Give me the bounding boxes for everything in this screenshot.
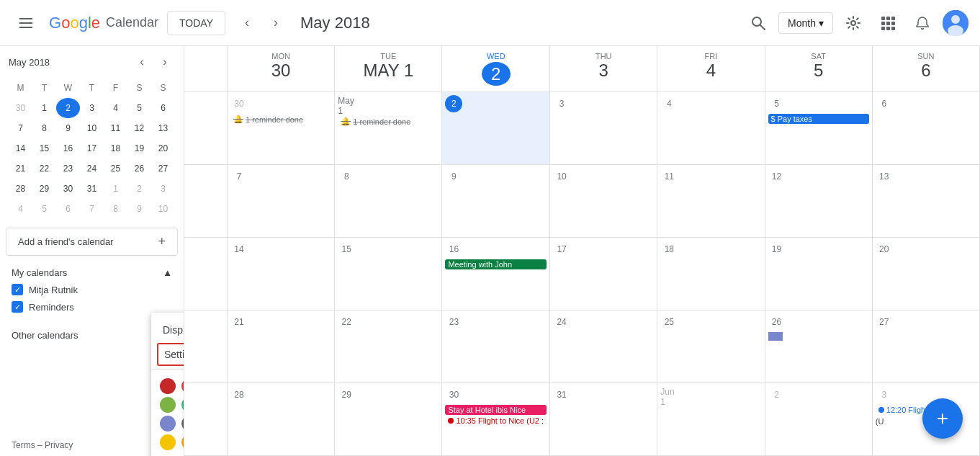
event-reminder[interactable]: 🔔 1 reminder done <box>338 116 439 127</box>
terms-link[interactable]: Terms <box>12 440 35 450</box>
calendar-checkbox-mitja[interactable]: ✓ <box>12 284 23 295</box>
day-cell-14[interactable]: 14 <box>228 238 335 310</box>
mini-cal-day[interactable]: 29 <box>32 179 56 199</box>
day-cell-24[interactable]: 24 <box>550 310 657 383</box>
mini-cal-day[interactable]: 13 <box>151 118 175 138</box>
day-cell-26[interactable]: 26 <box>765 310 873 383</box>
mini-cal-day[interactable]: 2 <box>127 179 151 199</box>
menu-button[interactable] <box>12 9 40 37</box>
mini-cal-day[interactable]: 4 <box>9 199 32 219</box>
event-hotel[interactable]: Stay at Hotel ibis Nice <box>445 405 547 415</box>
mini-cal-day[interactable]: 30 <box>56 179 80 199</box>
settings-sharing-menu-item[interactable]: Settings and sharing <box>157 343 184 366</box>
event-reminder[interactable]: 🔔 1 reminder done <box>230 114 331 125</box>
settings-button[interactable] <box>839 9 868 37</box>
calendar-item-mitja[interactable]: ✓ Mitja Rutnik <box>0 281 184 298</box>
event-pay-taxes[interactable]: $ Pay taxes <box>768 114 869 124</box>
day-cell-28[interactable]: 28 <box>228 383 335 456</box>
mini-cal-day[interactable]: 16 <box>56 138 80 158</box>
mini-cal-day[interactable]: 7 <box>9 118 32 138</box>
notifications-button[interactable] <box>908 9 937 37</box>
day-cell-29[interactable]: 29 <box>335 383 442 456</box>
day-cell-31[interactable]: 31 <box>550 383 657 456</box>
day-cell-may5[interactable]: 5 $ Pay taxes <box>765 92 873 165</box>
mini-cal-day[interactable]: 1 <box>104 179 127 199</box>
mini-cal-day[interactable]: 17 <box>80 138 104 158</box>
mini-cal-day[interactable]: 12 <box>127 118 151 138</box>
day-cell-30-apr[interactable]: 30 🔔 1 reminder done <box>228 92 335 165</box>
mini-cal-day[interactable]: 23 <box>56 158 80 179</box>
day-cell-30[interactable]: 30 Stay at Hotel ibis Nice 10:35 Flight … <box>442 383 550 456</box>
my-calendars-header[interactable]: My calendars ▲ <box>0 264 184 281</box>
event-meeting-john[interactable]: Meeting with John <box>445 259 547 269</box>
day-cell-23[interactable]: 23 <box>442 310 550 383</box>
day-cell-may1[interactable]: May 1 🔔 1 reminder done <box>335 92 442 165</box>
mini-cal-day[interactable]: 27 <box>151 158 175 179</box>
day-cell-22[interactable]: 22 <box>335 310 442 383</box>
color-tomato[interactable] <box>160 378 176 394</box>
mini-cal-day[interactable]: 30 <box>9 98 32 118</box>
mini-cal-day[interactable]: 1 <box>32 98 56 118</box>
prev-month-button[interactable]: ‹ <box>234 10 260 36</box>
mini-cal-day[interactable]: 3 <box>80 98 104 118</box>
event-flight[interactable]: 10:35 Flight to Nice (U2 : <box>445 416 547 426</box>
mini-cal-day[interactable]: 24 <box>80 158 104 179</box>
mini-cal-day[interactable]: 22 <box>32 158 56 179</box>
user-avatar[interactable] <box>943 10 968 36</box>
day-cell-17[interactable]: 17 <box>550 238 657 310</box>
color-calendar-10[interactable] <box>160 434 176 450</box>
day-cell-7[interactable]: 7 <box>228 165 335 238</box>
mini-cal-day[interactable]: 15 <box>32 138 56 158</box>
apps-button[interactable] <box>873 9 902 37</box>
display-only-menu-item[interactable]: Display this only <box>151 318 184 341</box>
mini-cal-day[interactable]: 21 <box>9 158 32 179</box>
mini-cal-day[interactable]: 3 <box>151 179 175 199</box>
mini-cal-day[interactable]: 19 <box>127 138 151 158</box>
mini-cal-day[interactable]: 18 <box>104 138 127 158</box>
day-cell-15[interactable]: 15 <box>335 238 442 310</box>
day-cell-jun1[interactable]: Jun 1 <box>657 383 765 456</box>
day-cell-11[interactable]: 11 <box>657 165 765 238</box>
day-cell-18[interactable]: 18 <box>657 238 765 310</box>
mini-cal-day[interactable]: 20 <box>151 138 175 158</box>
calendar-checkbox-reminders[interactable]: ✓ <box>12 301 23 313</box>
day-cell-may2[interactable]: 2 <box>442 92 550 165</box>
mini-next-button[interactable]: › <box>155 52 175 72</box>
privacy-link[interactable]: Privacy <box>45 440 73 450</box>
mini-cal-day[interactable]: 26 <box>127 158 151 179</box>
mini-cal-day[interactable]: 11 <box>104 118 127 138</box>
next-month-button[interactable]: › <box>263 10 289 36</box>
day-cell-19[interactable]: 19 <box>765 238 873 310</box>
day-cell-13[interactable]: 13 <box>873 165 980 238</box>
mini-cal-day[interactable]: 31 <box>80 179 104 199</box>
day-cell-9[interactable]: 9 <box>442 165 550 238</box>
today-button[interactable]: TODAY <box>167 11 225 35</box>
day-cell-25[interactable]: 25 <box>657 310 765 383</box>
mini-cal-day[interactable]: 9 <box>127 199 151 219</box>
day-cell-27[interactable]: 27 <box>873 310 980 383</box>
day-cell-20[interactable]: 20 <box>873 238 980 310</box>
add-friend-calendar[interactable]: Add a friend's calendar + <box>6 228 178 256</box>
day-cell-12[interactable]: 12 <box>765 165 873 238</box>
mini-cal-day[interactable]: 6 <box>151 98 175 118</box>
mini-cal-day[interactable]: 28 <box>9 179 32 199</box>
mini-cal-day[interactable]: 5 <box>32 199 56 219</box>
mini-cal-day[interactable]: 6 <box>56 199 80 219</box>
mini-cal-today[interactable]: 2 <box>56 98 80 118</box>
mini-cal-day[interactable]: 10 <box>80 118 104 138</box>
color-calendar-4[interactable] <box>160 416 176 432</box>
mini-cal-day[interactable]: 4 <box>104 98 127 118</box>
mini-prev-button[interactable]: ‹ <box>132 52 152 72</box>
create-event-fab[interactable]: + <box>922 398 963 439</box>
mini-cal-day[interactable]: 14 <box>9 138 32 158</box>
day-cell-16[interactable]: 16 Meeting with John <box>442 238 550 310</box>
day-cell-8[interactable]: 8 <box>335 165 442 238</box>
mini-cal-day[interactable]: 8 <box>104 199 127 219</box>
day-cell-may6[interactable]: 6 <box>873 92 980 165</box>
mini-cal-day[interactable]: 5 <box>127 98 151 118</box>
mini-cal-day[interactable]: 25 <box>104 158 127 179</box>
search-button[interactable] <box>744 9 773 37</box>
day-cell-may3[interactable]: 3 <box>550 92 657 165</box>
day-cell-may4[interactable]: 4 <box>657 92 765 165</box>
day-cell-10[interactable]: 10 <box>550 165 657 238</box>
